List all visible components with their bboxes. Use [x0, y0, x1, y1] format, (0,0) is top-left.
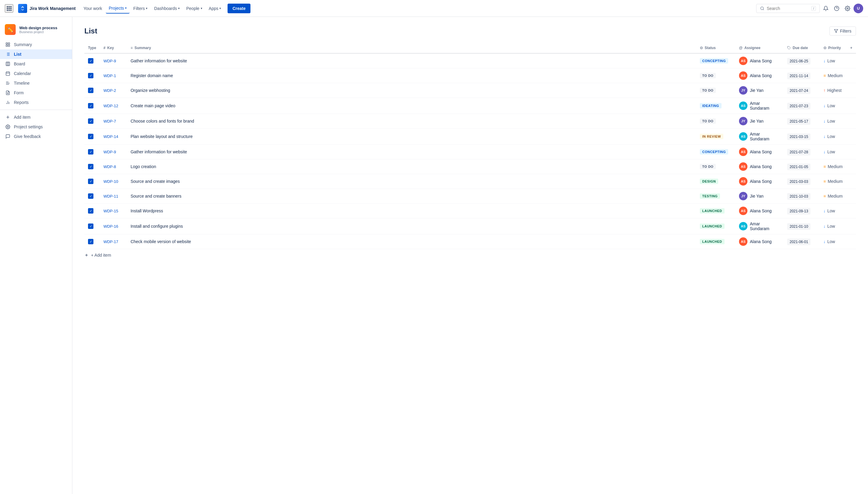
row-key-link[interactable]: WDP-1 [104, 74, 116, 78]
filters-button[interactable]: Filters [829, 26, 856, 36]
due-date-badge: 2021-09-13 [787, 208, 810, 214]
row-summary-cell[interactable]: Plan website layout and structure [127, 129, 696, 145]
row-key-link[interactable]: WDP-15 [104, 209, 118, 213]
row-summary-cell[interactable]: Source and create images [127, 174, 696, 189]
assignee-cell: AS Alana Song [739, 238, 780, 246]
row-summary-cell[interactable]: Gather information for website [127, 145, 696, 159]
row-key-link[interactable]: WDP-9 [104, 59, 116, 63]
assignee-cell: AS Alana Song [739, 207, 780, 215]
row-key-cell: WDP-2 [100, 83, 127, 98]
due-date-badge: 2021-05-17 [787, 118, 810, 125]
nav-apps[interactable]: Apps ▾ [206, 4, 224, 13]
row-key-cell: WDP-12 [100, 98, 127, 114]
row-key-link[interactable]: WDP-2 [104, 88, 116, 93]
row-checkbox[interactable]: ✓ [88, 208, 93, 213]
sidebar-item-project-settings[interactable]: Project settings [0, 122, 72, 132]
assignee-cell: AS Amar Sundaram [739, 101, 780, 111]
row-summary-cell[interactable]: Source and create banners [127, 189, 696, 204]
sidebar-item-summary[interactable]: Summary [0, 40, 72, 50]
nav-people[interactable]: People ▾ [183, 4, 205, 13]
row-checkbox[interactable]: ✓ [88, 118, 93, 124]
priority-cell: ↓ Low [824, 58, 852, 63]
row-checkbox[interactable]: ✓ [88, 149, 93, 154]
sidebar-label-give-feedback: Give feedback [14, 134, 41, 139]
status-badge: TO DO [700, 88, 716, 93]
sidebar-item-reports[interactable]: Reports [0, 98, 72, 107]
create-button[interactable]: Create [227, 4, 251, 13]
row-checkbox[interactable]: ✓ [88, 178, 93, 184]
sidebar-item-add-item[interactable]: Add item [0, 112, 72, 122]
row-summary-cell[interactable]: Organize webhosting [127, 83, 696, 98]
row-checkbox[interactable]: ✓ [88, 193, 93, 199]
user-avatar[interactable]: U [853, 4, 863, 13]
row-summary-cell[interactable]: Create main page video [127, 98, 696, 114]
priority-label: Low [827, 239, 835, 244]
row-key-link[interactable]: WDP-12 [104, 103, 118, 108]
row-summary-cell[interactable]: Register domain name [127, 69, 696, 83]
settings-icon [5, 125, 11, 129]
row-checkbox[interactable]: ✓ [88, 164, 93, 169]
row-key-link[interactable]: WDP-14 [104, 134, 118, 139]
row-assignee-cell: JY Jie Yan [735, 83, 783, 98]
row-checkbox[interactable]: ✓ [88, 239, 93, 244]
row-summary-cell[interactable]: Choose colors and fonts for brand [127, 114, 696, 129]
status-badge: CONCEPTING [700, 149, 728, 154]
notifications-button[interactable] [821, 4, 831, 13]
priority-icon: ↑ [824, 88, 826, 93]
row-summary-cell[interactable]: Check mobile version of website [127, 234, 696, 249]
add-item-label: + Add item [91, 253, 111, 258]
row-key-link[interactable]: WDP-16 [104, 224, 118, 229]
row-summary-cell[interactable]: Logo creation [127, 159, 696, 174]
row-key-link[interactable]: WDP-8 [104, 165, 116, 169]
row-key-link[interactable]: WDP-11 [104, 194, 118, 198]
row-key-link[interactable]: WDP-9 [104, 150, 116, 154]
priority-label: Low [827, 58, 835, 63]
sidebar-item-list[interactable]: List [0, 50, 72, 59]
nav-projects[interactable]: Projects ▾ [106, 3, 130, 14]
nav-filters[interactable]: Filters ▾ [130, 4, 150, 13]
sidebar-item-board[interactable]: Board [0, 59, 72, 69]
col-assignee[interactable]: @ Assignee [735, 43, 783, 53]
row-checkbox[interactable]: ✓ [88, 88, 93, 93]
col-status[interactable]: ⊙ Status [696, 43, 735, 53]
row-checkbox[interactable]: ✓ [88, 103, 93, 109]
avatar: AS [739, 132, 747, 141]
row-summary-cell[interactable]: Gather information for website [127, 53, 696, 69]
search-input[interactable] [767, 6, 809, 11]
row-due-date-cell: 2021-07-28 [783, 145, 820, 159]
col-key[interactable]: # Key [100, 43, 127, 53]
search-box[interactable]: / [756, 4, 820, 13]
settings-button[interactable] [843, 4, 852, 13]
col-due-date[interactable]: Due date [783, 43, 820, 53]
apps-grid-icon[interactable] [5, 4, 13, 13]
col-priority[interactable]: ⊙ Priority + [820, 43, 856, 53]
row-checkbox[interactable]: ✓ [88, 224, 93, 229]
nav-your-work[interactable]: Your work [80, 4, 105, 13]
assignee-cell: AS Alana Song [739, 71, 780, 80]
row-summary-cell[interactable]: Install and configure plugins [127, 218, 696, 234]
sidebar-item-calendar[interactable]: Calendar [0, 69, 72, 78]
sidebar-item-timeline[interactable]: Timeline [0, 78, 72, 88]
row-checkbox[interactable]: ✓ [88, 134, 93, 139]
priority-icon: ↓ [824, 224, 826, 229]
priority-icon: ↓ [824, 119, 826, 124]
topnav-logo[interactable]: Jira Work Management [18, 4, 76, 13]
priority-cell: ↓ Low [824, 134, 852, 139]
add-item-row[interactable]: + Add item [85, 249, 856, 261]
nav-dashboards[interactable]: Dashboards ▾ [151, 4, 183, 13]
priority-label: Low [827, 208, 835, 213]
row-key-link[interactable]: WDP-10 [104, 179, 118, 184]
row-checkbox[interactable]: ✓ [88, 73, 93, 78]
sidebar-item-give-feedback[interactable]: Give feedback [0, 132, 72, 141]
row-summary-cell[interactable]: Install Wordpress [127, 204, 696, 218]
col-summary[interactable]: ≡ Summary [127, 43, 696, 53]
row-key-link[interactable]: WDP-7 [104, 119, 116, 124]
row-checkbox[interactable]: ✓ [88, 58, 93, 63]
sidebar-item-form[interactable]: Form [0, 88, 72, 98]
add-column-button[interactable]: + [850, 46, 852, 50]
search-icon [760, 6, 764, 11]
row-key-link[interactable]: WDP-17 [104, 240, 118, 244]
help-button[interactable] [832, 4, 842, 13]
due-date-badge: 2021-01-10 [787, 223, 810, 230]
assignee-name: Jie Yan [750, 88, 763, 93]
